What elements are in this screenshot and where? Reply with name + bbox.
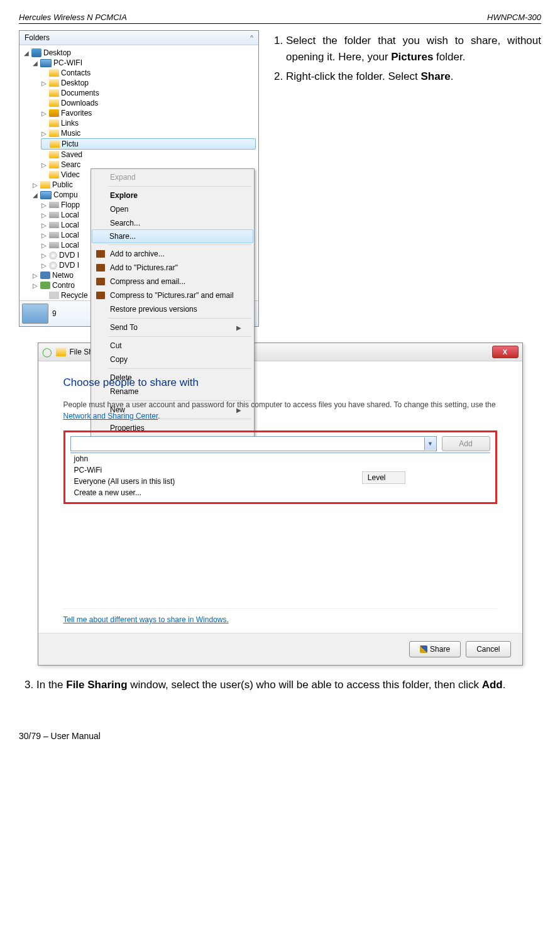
archive-icon [96, 278, 105, 285]
submenu-arrow-icon: ▶ [236, 324, 241, 331]
tree-favorites[interactable]: Favorites [61, 109, 92, 118]
tree-public[interactable]: Public [52, 180, 73, 189]
control-panel-icon [40, 282, 50, 289]
network-sharing-link[interactable]: Network and Sharing Center [63, 412, 158, 420]
thumbnail-icon [22, 304, 48, 324]
back-arrow-icon[interactable]: ◯ [42, 347, 52, 357]
drive-icon [49, 242, 59, 248]
instruction-3-block: In the File Sharing window, select the u… [19, 677, 541, 693]
page-header: Hercules Wireless N PCMCIA HWNPCM-300 [19, 13, 541, 24]
floppy-icon [49, 202, 59, 208]
page-footer: 30/79 – User Manual [19, 731, 541, 741]
ctx-add-archive[interactable]: Add to archive... [92, 247, 253, 261]
ctx-restore[interactable]: Restore previous versions [92, 302, 253, 316]
public-icon [40, 181, 50, 189]
instruction-2: Right-click the folder. Select Share. [286, 69, 541, 85]
user-dropdown-list: john PC-WiFi Everyone (All users in this… [70, 453, 490, 498]
ctx-open[interactable]: Open [92, 202, 253, 216]
folder-icon [49, 99, 59, 107]
folder-icon [49, 89, 59, 97]
desktop-icon [31, 48, 41, 57]
shield-icon [420, 645, 427, 653]
file-sharing-dialog: ◯ File Sharing X Choose people to share … [38, 343, 523, 666]
dd-pcwifi[interactable]: PC-WiFi [70, 464, 490, 476]
tree-floppy[interactable]: Flopp [61, 200, 80, 209]
dd-everyone[interactable]: Everyone (All users in this list) [70, 476, 490, 487]
user-combo[interactable]: ▼ [70, 436, 437, 451]
tree-music[interactable]: Music [61, 129, 80, 138]
tree-local1[interactable]: Local [61, 211, 79, 219]
pictures-icon [50, 140, 60, 148]
search-icon [49, 161, 59, 168]
drive-icon [49, 222, 59, 228]
tree-links[interactable]: Links [61, 119, 79, 128]
ctx-share[interactable]: Share... [92, 229, 253, 243]
dialog-description: People must have a user account and pass… [63, 399, 497, 422]
tree-videos[interactable]: Videc [61, 170, 80, 179]
folder-icon [49, 79, 59, 87]
help-link[interactable]: Tell me about different ways to share in… [63, 615, 229, 624]
pc-icon [40, 59, 52, 67]
folder-icon [49, 171, 59, 178]
tree-local3[interactable]: Local [61, 231, 79, 239]
ctx-cut[interactable]: Cut [92, 339, 253, 353]
tree-pcwifi[interactable]: PC-WIFI [53, 58, 82, 67]
dd-create[interactable]: Create a new user... [70, 487, 490, 498]
tree-control[interactable]: Contro [52, 281, 75, 290]
tree-search[interactable]: Searc [61, 160, 80, 169]
dialog-people-icon [56, 348, 66, 356]
folder-icon [49, 151, 59, 158]
drive-icon [49, 212, 59, 218]
header-right: HWNPCM-300 [487, 13, 541, 22]
folder-icon [49, 119, 59, 127]
ctx-expand: Expand [92, 170, 253, 184]
ctx-compress-pic[interactable]: Compress to "Pictures.rar" and email [92, 288, 253, 302]
tree-dvd1[interactable]: DVD I [59, 251, 79, 260]
network-icon [40, 272, 50, 279]
tree-network[interactable]: Netwo [52, 271, 74, 280]
ctx-sendto[interactable]: Send To▶ [92, 321, 253, 334]
tree-local2[interactable]: Local [61, 221, 79, 229]
ctx-compress-email[interactable]: Compress and email... [92, 275, 253, 288]
item-count: 9 [52, 309, 57, 318]
ctx-explore[interactable]: Explore [92, 189, 253, 202]
tree-computer[interactable]: Compu [53, 190, 78, 199]
dvd-icon [49, 251, 57, 260]
tree-contacts[interactable]: Contacts [61, 69, 91, 77]
recycle-icon [49, 292, 59, 299]
folders-title: Folders [25, 33, 50, 42]
music-icon [49, 129, 59, 137]
tree-desktop2[interactable]: Desktop [61, 79, 89, 87]
ctx-add-pictures[interactable]: Add to "Pictures.rar" [92, 261, 253, 275]
favorites-icon [49, 109, 59, 117]
cancel-button[interactable]: Cancel [466, 641, 510, 657]
ctx-search[interactable]: Search... [92, 216, 253, 230]
dvd-icon [49, 261, 57, 270]
dialog-heading: Choose people to share with [63, 376, 497, 389]
tree-dvd2[interactable]: DVD I [59, 261, 79, 270]
archive-icon [96, 250, 105, 258]
tree-saved[interactable]: Saved [61, 150, 82, 159]
add-button[interactable]: Add [442, 436, 490, 451]
collapse-icon[interactable]: ^ [250, 35, 253, 41]
dd-john[interactable]: john [70, 453, 490, 464]
highlight-box: ▼ Add john PC-WiFi Everyone (All users i… [63, 431, 497, 504]
archive-icon [96, 264, 105, 272]
tree-local4[interactable]: Local [61, 241, 79, 250]
archive-icon [96, 292, 105, 299]
close-button[interactable]: X [492, 346, 519, 358]
permissions-list [63, 508, 497, 609]
tree-documents[interactable]: Documents [61, 89, 99, 97]
tree-recycle[interactable]: Recycle [61, 291, 88, 300]
computer-icon [40, 191, 52, 199]
chevron-down-icon[interactable]: ▼ [424, 437, 436, 450]
level-column-header: Level [362, 471, 405, 484]
share-button[interactable]: Share [409, 641, 461, 657]
instruction-1: Select the folder that you wish to share… [286, 33, 541, 65]
tree-pictures[interactable]: Pictu [62, 140, 79, 148]
drive-icon [49, 232, 59, 238]
folder-icon [49, 69, 59, 77]
instruction-3: In the File Sharing window, select the u… [36, 677, 541, 693]
tree-downloads[interactable]: Downloads [61, 99, 98, 107]
tree-desktop[interactable]: Desktop [43, 48, 71, 57]
